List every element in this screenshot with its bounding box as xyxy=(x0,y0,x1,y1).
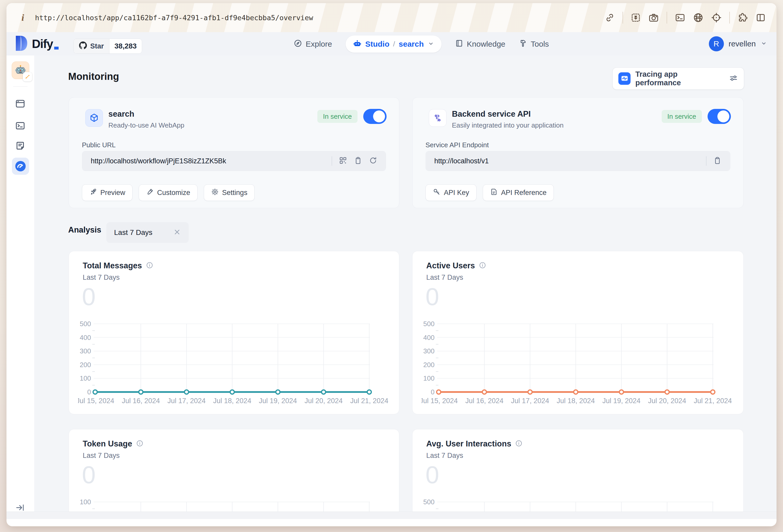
svg-text:Jul 16, 2024: Jul 16, 2024 xyxy=(465,397,503,405)
sidebar-item-api[interactable] xyxy=(13,119,28,133)
svg-text:100: 100 xyxy=(80,499,91,506)
svg-text:Jul 18, 2024: Jul 18, 2024 xyxy=(557,397,595,405)
svg-text:Jul 16, 2024: Jul 16, 2024 xyxy=(122,397,160,405)
svg-text:Jul 17, 2024: Jul 17, 2024 xyxy=(167,397,206,405)
copy-icon[interactable] xyxy=(713,156,722,166)
chevron-down-icon xyxy=(760,40,767,48)
public-url-label: Public URL xyxy=(82,141,116,149)
github-star-badge[interactable]: Star 38,283 xyxy=(73,39,142,54)
svg-text:Jul 17, 2024: Jul 17, 2024 xyxy=(511,397,549,405)
user-name: revellen xyxy=(728,39,756,48)
browser-window: i http://localhost/app/ca1162bf-a7f9-429… xyxy=(6,3,777,526)
webapp-name: search xyxy=(108,109,134,119)
sidebar-item-monitoring-active[interactable] xyxy=(12,158,29,175)
refresh-icon[interactable] xyxy=(369,156,377,166)
paintbrush-icon xyxy=(146,188,154,197)
chart-card-avg-user-interactions: Avg. User Interactions Last 7 Days 0 500… xyxy=(412,429,744,519)
puzzle-extension-icon[interactable] xyxy=(738,12,748,23)
info-icon[interactable] xyxy=(479,261,486,270)
chart-subtitle: Last 7 Days xyxy=(426,274,463,282)
svg-text:Jul 19, 2024: Jul 19, 2024 xyxy=(259,397,297,405)
sidebar-item-webapp[interactable] xyxy=(13,96,28,111)
split-view-icon[interactable] xyxy=(756,13,765,23)
chart-subtitle: Last 7 Days xyxy=(83,274,120,282)
analysis-title: Analysis xyxy=(68,225,101,234)
api-card: Backend service API Easily integrated in… xyxy=(412,97,744,208)
app-main: Monitoring Tracing app performance searc… xyxy=(6,56,777,519)
chevron-down-icon[interactable] xyxy=(428,40,434,48)
api-key-button[interactable]: API Key xyxy=(426,184,476,201)
api-reference-label: API Reference xyxy=(501,189,547,197)
explore-icon xyxy=(294,39,302,49)
svg-text:500: 500 xyxy=(424,321,435,328)
chart-card-token-usage: Token Usage Last 7 Days 0 100806040200Ju… xyxy=(69,429,399,519)
nav-tools[interactable]: Tools xyxy=(519,39,549,49)
crosshair-icon[interactable] xyxy=(711,12,722,23)
camera-icon[interactable] xyxy=(649,12,659,23)
api-reference-button[interactable]: API Reference xyxy=(483,184,554,201)
copy-icon[interactable] xyxy=(354,156,362,166)
url-text[interactable]: http://localhost/app/ca1162bf-a7f9-4291-… xyxy=(35,14,313,22)
chart-current-value: 0 xyxy=(82,463,96,487)
period-filter-chip[interactable]: Last 7 Days xyxy=(106,222,189,243)
period-filter-value: Last 7 Days xyxy=(114,228,152,237)
customize-button[interactable]: Customize xyxy=(139,184,197,201)
sidebar-app-avatar[interactable] xyxy=(12,61,29,79)
tracing-app-performance-button[interactable]: Tracing app performance xyxy=(613,67,744,90)
browser-url-bar: i http://localhost/app/ca1162bf-a7f9-429… xyxy=(6,3,777,32)
svg-text:Jul 18, 2024: Jul 18, 2024 xyxy=(213,397,251,405)
toggle-knob xyxy=(717,111,729,122)
toolbar-separator xyxy=(666,12,667,24)
info-icon[interactable] xyxy=(146,261,153,270)
nav-studio-active[interactable]: Studio / search xyxy=(346,35,442,53)
line-chart: 5004003002001000Jul 15, 2024Jul 16, 2024… xyxy=(421,321,735,411)
page-info-icon[interactable]: i xyxy=(22,12,24,23)
api-toggle[interactable] xyxy=(708,109,731,124)
user-menu[interactable]: R revellen xyxy=(709,36,767,51)
preview-button[interactable]: Preview xyxy=(82,184,132,201)
endpoint-field: http://localhost/v1 xyxy=(426,151,730,171)
svg-text:300: 300 xyxy=(424,347,435,355)
chart-title: Token Usage xyxy=(83,439,132,448)
api-icon xyxy=(429,109,446,127)
github-star-label: Star xyxy=(90,42,104,50)
qr-code-icon[interactable] xyxy=(339,156,347,166)
info-icon[interactable] xyxy=(515,440,523,448)
close-icon[interactable] xyxy=(173,228,181,237)
chart-current-value: 0 xyxy=(82,284,96,309)
svg-text:200: 200 xyxy=(424,361,435,369)
nav-knowledge[interactable]: Knowledge xyxy=(455,39,505,49)
dify-logo-mark xyxy=(14,35,28,52)
toolbar-separator xyxy=(623,12,623,24)
dify-logo[interactable]: Dify xyxy=(14,35,59,52)
tracing-icon xyxy=(618,72,631,85)
globe-icon[interactable] xyxy=(693,12,703,23)
endpoint-value[interactable]: http://localhost/v1 xyxy=(434,157,489,165)
screenshot-flower-icon[interactable] xyxy=(631,13,641,23)
page-title: Monitoring xyxy=(68,71,119,82)
public-url-value[interactable]: http://localhost/workflow/jPjE1S8izZ1ZK5… xyxy=(91,157,226,165)
robot-icon xyxy=(353,39,362,49)
nav-knowledge-label: Knowledge xyxy=(467,40,505,49)
window-bottom-strip xyxy=(6,511,777,519)
nav-explore[interactable]: Explore xyxy=(294,39,332,49)
svg-text:400: 400 xyxy=(424,334,435,341)
svg-text:Jul 21, 2024: Jul 21, 2024 xyxy=(694,397,732,405)
toggle-knob xyxy=(373,111,385,122)
chart-current-value: 0 xyxy=(426,463,439,487)
info-icon[interactable] xyxy=(136,440,144,448)
key-icon xyxy=(433,188,440,197)
sidebar-item-logs[interactable] xyxy=(13,139,28,153)
chart-card-active-users: Active Users Last 7 Days 0 5004003002001… xyxy=(412,251,744,414)
webapp-card: search Ready-to-use AI WebApp In service… xyxy=(69,97,399,208)
svg-text:Jul 20, 2024: Jul 20, 2024 xyxy=(648,397,686,405)
settings-button[interactable]: Settings xyxy=(204,184,255,201)
settings-label: Settings xyxy=(222,189,248,197)
input-separator xyxy=(706,156,707,166)
tracing-label: Tracing app performance xyxy=(635,70,724,87)
link-icon[interactable] xyxy=(605,13,615,23)
terminal-icon[interactable] xyxy=(675,12,685,23)
webapp-cube-icon xyxy=(85,109,103,127)
overview-content: Monitoring Tracing app performance searc… xyxy=(34,56,777,519)
webapp-toggle[interactable] xyxy=(363,109,386,124)
